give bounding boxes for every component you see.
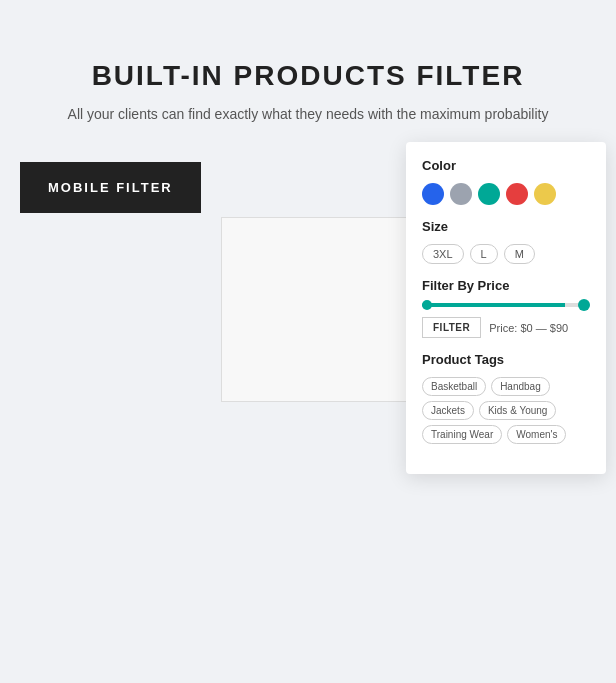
price-slider-thumb-left <box>422 300 432 310</box>
color-swatch-red[interactable] <box>506 183 528 205</box>
product-tags: Basketball Handbag Jackets Kids & Young … <box>422 377 590 444</box>
tag-womens[interactable]: Women's <box>507 425 566 444</box>
size-tag-3xl[interactable]: 3XL <box>422 244 464 264</box>
color-swatch-yellow[interactable] <box>534 183 556 205</box>
color-swatch-teal[interactable] <box>478 183 500 205</box>
size-tag-l[interactable]: L <box>470 244 498 264</box>
price-slider-thumb <box>578 299 590 311</box>
size-section: Size 3XL L M <box>422 219 590 264</box>
tag-training-wear[interactable]: Training Wear <box>422 425 502 444</box>
size-tag-m[interactable]: M <box>504 244 535 264</box>
price-range-text: Price: $0 — $90 <box>489 322 568 334</box>
color-swatch-gray[interactable] <box>450 183 472 205</box>
filter-action-row: FILTER Price: $0 — $90 <box>422 317 590 338</box>
mobile-filter-button[interactable]: MOBILE FILTER <box>20 162 201 213</box>
main-area: Color Size 3XL L M <box>221 162 596 402</box>
content-section: MOBILE FILTER Color S <box>20 162 596 402</box>
filter-card: Color Size 3XL L M <box>406 142 606 474</box>
color-section: Color <box>422 158 590 205</box>
color-swatches <box>422 183 590 205</box>
price-slider-track[interactable] <box>422 303 590 307</box>
tag-basketball[interactable]: Basketball <box>422 377 486 396</box>
page-container: BUILT-IN PRODUCTS FILTER All your client… <box>0 0 616 683</box>
tag-handbag[interactable]: Handbag <box>491 377 550 396</box>
page-subtitle: All your clients can find exactly what t… <box>68 106 549 122</box>
page-title: BUILT-IN PRODUCTS FILTER <box>92 60 525 92</box>
size-options: 3XL L M <box>422 244 590 264</box>
tags-section: Product Tags Basketball Handbag Jackets … <box>422 352 590 444</box>
tag-jackets[interactable]: Jackets <box>422 401 474 420</box>
price-section: Filter By Price FILTER Price: $0 — $90 <box>422 278 590 338</box>
size-section-title: Size <box>422 219 590 234</box>
color-swatch-blue[interactable] <box>422 183 444 205</box>
price-slider-container <box>422 303 590 307</box>
color-section-title: Color <box>422 158 590 173</box>
price-section-title: Filter By Price <box>422 278 590 293</box>
filter-price-button[interactable]: FILTER <box>422 317 481 338</box>
tag-kids-young[interactable]: Kids & Young <box>479 401 557 420</box>
tags-section-title: Product Tags <box>422 352 590 367</box>
mobile-filter-container: MOBILE FILTER <box>20 162 201 213</box>
